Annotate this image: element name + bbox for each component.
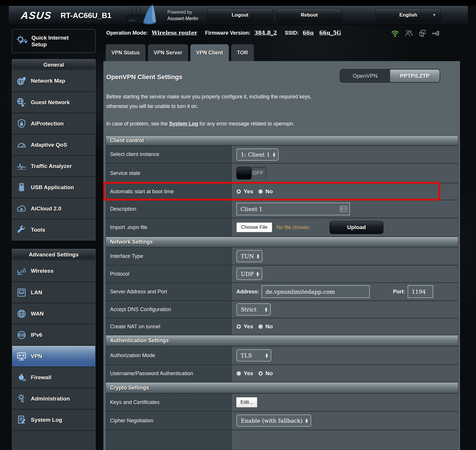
sidebar-item-tools[interactable]: Tools (12, 219, 95, 240)
tab-vpn-status[interactable]: VPN Status (106, 44, 146, 61)
guest-network-icon (16, 97, 27, 108)
file-chosen-status: No file chosen (276, 224, 309, 231)
sidebar-item-network-map[interactable]: Network Map (12, 70, 95, 91)
powered-by: Powered by Asuswrt-Merlin (167, 9, 198, 22)
toggle-knob (236, 167, 252, 180)
sidebar-item-traffic-analyzer[interactable]: Traffic Analyzer (12, 155, 95, 176)
choose-file-button[interactable]: Choose File (236, 222, 272, 232)
userpass-radio-group: Yes No (236, 370, 275, 377)
tab-vpn-client[interactable]: VPN Client (190, 44, 229, 61)
pptp-l2tp-toggle-button[interactable]: PPTP/L2TP (390, 70, 440, 82)
server-port-input[interactable] (408, 285, 433, 298)
content-panel: OpenVPN Client Settings OpenVPN PPTP/L2T… (103, 61, 460, 450)
ssid-5g-link[interactable]: 66u_5G (319, 30, 341, 36)
row-protocol: Protocol UDP (106, 265, 458, 283)
row-label: Protocol (106, 265, 231, 282)
logout-button[interactable]: Logout (207, 8, 273, 22)
address-label: Address: (236, 289, 259, 295)
edit-keys-button[interactable]: Edit... (236, 397, 257, 407)
settings-table: Client control Select client instance 1:… (106, 136, 458, 450)
sidebar-general-block: General Network Map Guest Network AiProt… (12, 59, 95, 240)
protocol-select[interactable]: UDP (236, 268, 262, 280)
row-cipher-negotiation: Cipher Negotiation Enable (with fallback… (106, 412, 458, 430)
sidebar-item-wireless[interactable]: Wireless (12, 260, 95, 281)
sidebar-item-firewall[interactable]: Firewall (12, 366, 95, 388)
client-instance-select[interactable]: 1: Client 1 (236, 148, 279, 161)
ssid-24g-link[interactable]: 66u (302, 30, 314, 36)
clients-icon[interactable] (404, 29, 413, 38)
system-log-link[interactable]: System Log (169, 121, 198, 127)
row-interface-type: Interface Type TUN (106, 247, 458, 265)
select-arrows-icon (266, 353, 268, 358)
quick-internet-setup-button[interactable]: Quick Internet Setup (12, 29, 95, 53)
nat-yes-radio[interactable] (236, 324, 241, 329)
operation-mode-link[interactable]: Wireless router (152, 30, 197, 36)
sidebar-item-administration[interactable]: Administration (12, 388, 95, 409)
row-label: Username/Password Authentication (106, 365, 231, 382)
select-arrows-icon (257, 254, 259, 259)
router-model: RT-AC66U_B1 (61, 11, 112, 20)
select-arrows-icon (256, 271, 259, 277)
sidebar-item-label: WAN (31, 311, 44, 317)
row-description: Description (106, 200, 458, 218)
sidebar-item-ipv6[interactable]: IPv6 IPv6 (12, 324, 95, 345)
lan-port-icon (16, 287, 27, 298)
sidebar-item-label: System Log (31, 417, 62, 423)
sidebar-item-vpn[interactable]: VPN (12, 345, 95, 366)
row-label: Create NAT on tunnel (106, 318, 231, 335)
top-black-strip (0, 0, 476, 6)
auto-start-yes-radio[interactable] (236, 189, 241, 194)
row-userpass-auth: Username/Password Authentication Yes No (106, 365, 458, 382)
usb-stick-icon (16, 182, 27, 193)
userpass-no-radio[interactable] (258, 371, 263, 376)
flame-icon (16, 372, 27, 383)
qis-wizard-icon (16, 35, 29, 47)
vpn-tab-bar: VPN Status VPN Server VPN Client TOR (106, 44, 254, 61)
service-state-toggle[interactable]: OFF (236, 167, 267, 180)
cipher-negotiation-select[interactable]: Enable (with fallback) (236, 414, 311, 427)
usb-icon[interactable] (432, 29, 440, 38)
userpass-yes-radio[interactable] (236, 371, 241, 376)
page-title: OpenVPN Client Settings (106, 73, 183, 81)
reboot-button[interactable]: Reboot (277, 8, 342, 22)
row-label: Select client instance (106, 146, 231, 163)
wifi-icon[interactable] (391, 29, 399, 38)
openvpn-toggle-button[interactable]: OpenVPN (340, 70, 390, 82)
sidebar-item-guest-network[interactable]: Guest Network (12, 91, 95, 113)
firmware-label: Firmware Version: (205, 30, 250, 36)
sidebar-item-label: LAN (31, 289, 42, 296)
sidebar-item-aiprotection[interactable]: AiProtection (12, 113, 95, 134)
server-address-input[interactable] (261, 285, 370, 298)
upload-button[interactable]: Upload (330, 221, 383, 234)
sidebar-item-adaptive-qos[interactable]: Adaptive QoS (12, 134, 95, 155)
sidebar-advanced-block: Advanced Settings Wireless LAN WAN IPv6 … (12, 249, 95, 450)
tab-vpn-server[interactable]: VPN Server (148, 44, 188, 61)
traffic-wave-icon (16, 161, 27, 172)
sidebar-item-label: IPv6 (31, 332, 42, 338)
sidebar-item-system-log[interactable]: System Log (12, 409, 95, 430)
description-input[interactable] (236, 203, 350, 215)
sidebar-item-usb-application[interactable]: USB Application (12, 176, 95, 198)
language-label: English (399, 12, 417, 18)
language-dropdown[interactable]: English (376, 8, 441, 22)
sidebar-item-label: VPN (31, 353, 42, 359)
sidebar-item-label: USB Application (31, 184, 74, 191)
globe-icon (16, 308, 27, 319)
sidebar-item-aicloud[interactable]: AiCloud 2.0 (12, 198, 95, 219)
devices-icon[interactable] (418, 29, 427, 38)
firmware-link[interactable]: 384.8_2 (254, 30, 277, 36)
row-create-nat: Create NAT on tunnel Yes No (106, 318, 458, 335)
tab-tor[interactable]: TOR (231, 44, 254, 61)
sidebar-item-label: AiProtection (31, 121, 64, 127)
row-label: Server Address and Port (106, 283, 231, 300)
interface-type-select[interactable]: TUN (236, 250, 263, 262)
nat-no-radio[interactable] (258, 324, 263, 329)
authorization-mode-select[interactable]: TLS (236, 349, 271, 362)
dns-config-select[interactable]: Strict (236, 303, 271, 316)
sidebar-item-lan[interactable]: LAN (12, 281, 95, 303)
network-map-icon (16, 75, 27, 86)
contact-card-icon[interactable] (340, 206, 347, 212)
sidebar-item-wan[interactable]: WAN (12, 303, 95, 324)
select-arrows-icon (305, 418, 308, 423)
auto-start-no-radio[interactable] (258, 189, 263, 194)
